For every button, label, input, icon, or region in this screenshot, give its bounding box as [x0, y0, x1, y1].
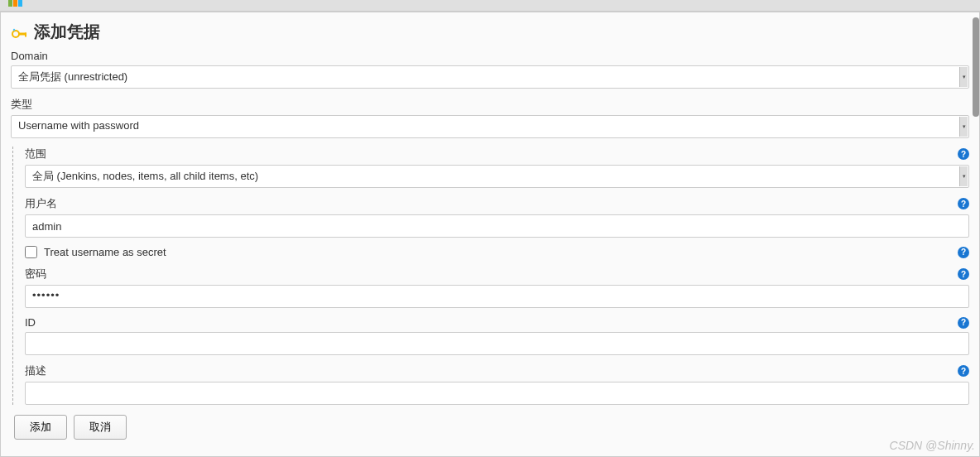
- window-top-strip: [0, 0, 980, 12]
- add-button[interactable]: 添加: [14, 415, 67, 440]
- svg-point-3: [13, 28, 15, 30]
- field-username: 用户名 ?: [25, 196, 969, 238]
- field-kind: 类型 Username with password ▾: [11, 97, 969, 138]
- cancel-button[interactable]: 取消: [74, 415, 127, 440]
- field-password: 密码 ? ••••••: [25, 267, 969, 308]
- domain-label: Domain: [11, 50, 48, 62]
- treat-secret-checkbox[interactable]: [25, 246, 37, 258]
- help-icon[interactable]: ?: [958, 148, 969, 160]
- scope-label: 范围: [25, 147, 46, 161]
- field-domain: Domain 全局凭据 (unrestricted) ▾: [11, 50, 969, 89]
- scrollbar-thumb[interactable]: [973, 17, 979, 117]
- page-title-text: 添加凭据: [34, 21, 100, 43]
- field-id: ID ?: [25, 316, 969, 355]
- treat-secret-label: Treat username as secret: [44, 246, 166, 258]
- kind-select[interactable]: Username with password: [11, 115, 969, 138]
- id-input[interactable]: [25, 332, 969, 355]
- help-icon[interactable]: ?: [958, 365, 969, 377]
- domain-select[interactable]: 全局凭据 (unrestricted): [11, 65, 969, 89]
- key-icon: [11, 25, 29, 40]
- main-panel: 添加凭据 Domain 全局凭据 (unrestricted) ▾ 类型 Use…: [0, 12, 980, 457]
- page-title: 添加凭据: [11, 21, 969, 43]
- treat-secret-wrapper[interactable]: Treat username as secret: [25, 246, 166, 258]
- nested-fields: 范围 ? 全局 (Jenkins, nodes, items, all chil…: [12, 147, 969, 405]
- password-label: 密码: [25, 267, 46, 281]
- scope-select[interactable]: 全局 (Jenkins, nodes, items, all child ite…: [25, 165, 969, 188]
- username-label: 用户名: [25, 196, 57, 211]
- kind-label: 类型: [11, 97, 32, 112]
- field-scope: 范围 ? 全局 (Jenkins, nodes, items, all chil…: [25, 147, 969, 188]
- help-icon[interactable]: ?: [958, 268, 969, 280]
- description-input[interactable]: [25, 382, 969, 405]
- button-row: 添加 取消: [11, 415, 969, 440]
- description-label: 描述: [25, 363, 46, 378]
- password-input[interactable]: ••••••: [25, 285, 969, 308]
- help-icon[interactable]: ?: [958, 247, 969, 258]
- breadcrumb-icons: [8, 0, 22, 7]
- help-icon[interactable]: ?: [958, 198, 969, 209]
- field-description: 描述 ?: [25, 363, 969, 405]
- svg-point-0: [12, 31, 19, 37]
- field-treat-secret: Treat username as secret ?: [25, 246, 969, 258]
- help-icon[interactable]: ?: [958, 317, 969, 329]
- id-label: ID: [25, 316, 36, 329]
- svg-rect-2: [25, 32, 26, 36]
- username-input[interactable]: [25, 214, 969, 238]
